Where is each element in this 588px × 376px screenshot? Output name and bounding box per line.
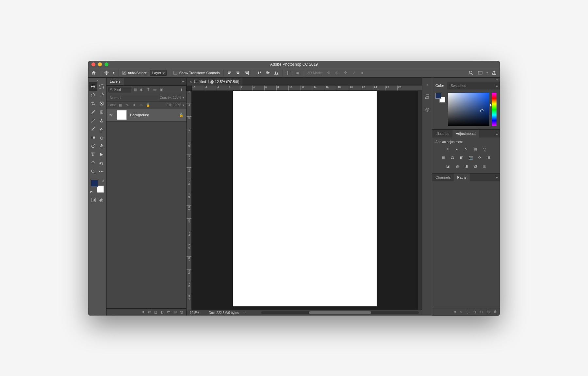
path-selection-tool[interactable] <box>97 150 106 159</box>
auto-select-checkbox[interactable]: Auto-Select: <box>122 71 147 75</box>
panel-menu-icon[interactable]: ≡ <box>494 132 500 136</box>
selective-color-icon[interactable]: ◫ <box>482 163 487 169</box>
horizontal-ruler[interactable]: -6-4-20246810121416182022242628 <box>192 86 422 91</box>
channel-mixer-icon[interactable]: ⟳ <box>477 155 483 161</box>
history-panel-icon[interactable] <box>425 94 430 100</box>
filter-shape-icon[interactable]: ▭ <box>152 87 157 92</box>
pasteboard[interactable] <box>192 91 417 310</box>
layer-thumbnail[interactable] <box>117 110 127 120</box>
move-tool[interactable] <box>89 82 97 91</box>
brush-tool[interactable] <box>89 116 97 125</box>
exposure-icon[interactable]: ▤ <box>472 146 478 152</box>
document-tab[interactable]: × Untitled-1 @ 12.5% (RGB/8) <box>187 78 242 86</box>
hand-tool[interactable] <box>97 159 106 167</box>
layer-row[interactable]: 👁Background🔒 <box>106 109 186 122</box>
marquee-tool[interactable] <box>97 82 106 91</box>
fill-value[interactable]: 100% <box>172 103 182 107</box>
filter-adjustment-icon[interactable]: ◐ <box>139 87 144 92</box>
expand-dock-icon[interactable]: ‹‹ <box>422 83 432 87</box>
visibility-icon[interactable]: 👁 <box>109 113 114 117</box>
selection-to-path-icon[interactable]: ◇ <box>473 310 476 314</box>
dodge-tool[interactable] <box>89 142 97 150</box>
doc-info-chevron-icon[interactable]: › <box>245 311 246 315</box>
photo-filter-icon[interactable]: 📷 <box>468 155 474 161</box>
chevron-down-icon[interactable]: ▾ <box>112 70 115 76</box>
stroke-path-icon[interactable]: ○ <box>460 310 462 314</box>
layer-name[interactable]: Background <box>130 113 176 117</box>
vertical-ruler[interactable]: 246810121416182022242628303234 <box>187 91 192 310</box>
link-layers-icon[interactable]: ⚭ <box>142 310 145 314</box>
brightness-contrast-icon[interactable]: ☀ <box>445 146 451 152</box>
panel-menu-icon[interactable]: ≡ <box>494 175 500 179</box>
lasso-tool[interactable] <box>89 91 97 99</box>
adjustments-tab[interactable]: Adjustments <box>452 130 479 138</box>
new-group-icon[interactable]: 🗀 <box>167 310 171 314</box>
eyedropper-tool[interactable] <box>89 108 97 116</box>
threshold-icon[interactable]: ◨ <box>463 163 469 169</box>
screen-mode-icon[interactable] <box>477 70 483 76</box>
vibrance-icon[interactable]: ▽ <box>482 146 487 152</box>
filter-type-icon[interactable]: T <box>146 87 151 92</box>
lock-artboard-icon[interactable]: ▭ <box>139 103 144 108</box>
move-tool-preset-icon[interactable] <box>104 70 109 76</box>
vertical-scrollbar[interactable] <box>417 91 422 310</box>
opacity-value[interactable]: 100% <box>172 95 182 100</box>
filter-toggle-icon[interactable]: ▮ <box>179 87 184 92</box>
lock-all-icon[interactable]: 🔒 <box>145 103 151 108</box>
blur-tool[interactable] <box>97 133 106 142</box>
add-adjustment-icon[interactable]: ◐ <box>160 310 164 314</box>
home-icon[interactable] <box>91 70 97 76</box>
channels-tab[interactable]: Channels <box>432 173 454 181</box>
collapse-tools-icon[interactable]: ‹‹ <box>88 78 106 82</box>
lock-image-icon[interactable]: ✎ <box>125 103 130 108</box>
zoom-level[interactable]: 12.5% <box>190 311 203 315</box>
chevron-down-icon[interactable]: ▾ <box>486 71 488 74</box>
libraries-tab[interactable]: Libraries <box>432 130 452 138</box>
lock-position-icon[interactable]: ✥ <box>132 103 137 108</box>
align-horizontal-centers-icon[interactable] <box>235 70 241 76</box>
hue-saturation-icon[interactable]: ▦ <box>440 155 446 161</box>
screenmode-toggle-icon[interactable] <box>98 197 104 203</box>
panel-menu-icon[interactable]: ≡ <box>180 79 186 83</box>
canvas[interactable] <box>233 91 377 306</box>
show-transform-checkbox[interactable]: Show Transform Controls <box>173 71 220 75</box>
invert-icon[interactable]: ◪ <box>445 163 451 169</box>
properties-panel-icon[interactable] <box>425 107 430 113</box>
blend-mode-dropdown[interactable]: Normal <box>108 95 158 100</box>
filter-pixel-icon[interactable]: ▦ <box>133 87 138 92</box>
color-balance-icon[interactable]: ⚖ <box>449 155 455 161</box>
quickmask-icon[interactable] <box>91 197 96 203</box>
frame-tool[interactable] <box>97 99 106 108</box>
path-to-selection-icon[interactable]: ◌ <box>466 310 469 314</box>
new-layer-icon[interactable]: ⊞ <box>174 310 177 314</box>
align-right-edges-icon[interactable] <box>244 70 250 76</box>
healing-brush-tool[interactable] <box>97 108 106 116</box>
collapse-right-icon[interactable]: ›› <box>432 78 500 82</box>
posterize-icon[interactable]: ▨ <box>454 163 460 169</box>
add-mask-path-icon[interactable]: ◻ <box>480 310 483 314</box>
default-colors-icon[interactable]: ◩ <box>90 190 93 193</box>
delete-layer-icon[interactable]: 🗑 <box>180 310 184 314</box>
levels-icon[interactable]: ⏶ <box>454 146 460 152</box>
align-left-edges-icon[interactable] <box>227 70 233 76</box>
eraser-tool[interactable] <box>97 125 106 133</box>
horizontal-scrollbar[interactable] <box>261 311 419 314</box>
type-tool[interactable]: T <box>89 150 97 159</box>
magic-wand-tool[interactable] <box>97 91 106 99</box>
align-vertical-centers-icon[interactable] <box>265 70 271 76</box>
panel-menu-icon[interactable]: ≡ <box>494 84 500 88</box>
color-tab[interactable]: Color <box>432 82 447 90</box>
paths-tab[interactable]: Paths <box>454 173 469 181</box>
layer-fx-icon[interactable]: fx <box>148 310 151 314</box>
zoom-tool[interactable] <box>89 167 97 176</box>
doc-info[interactable]: Doc: 222.5M/0 bytes <box>209 311 239 315</box>
color-field[interactable] <box>448 93 489 126</box>
gradient-tool[interactable] <box>89 133 97 142</box>
layers-tab[interactable]: Layers <box>106 78 124 85</box>
swatches-tab[interactable]: Swatches <box>447 82 469 90</box>
foreground-color-swatch[interactable] <box>91 180 98 187</box>
add-mask-icon[interactable]: ◻ <box>154 310 157 314</box>
curves-icon[interactable]: ∿ <box>463 146 469 152</box>
history-brush-tool[interactable] <box>89 125 97 133</box>
edit-toolbar[interactable]: ••• <box>97 167 106 176</box>
